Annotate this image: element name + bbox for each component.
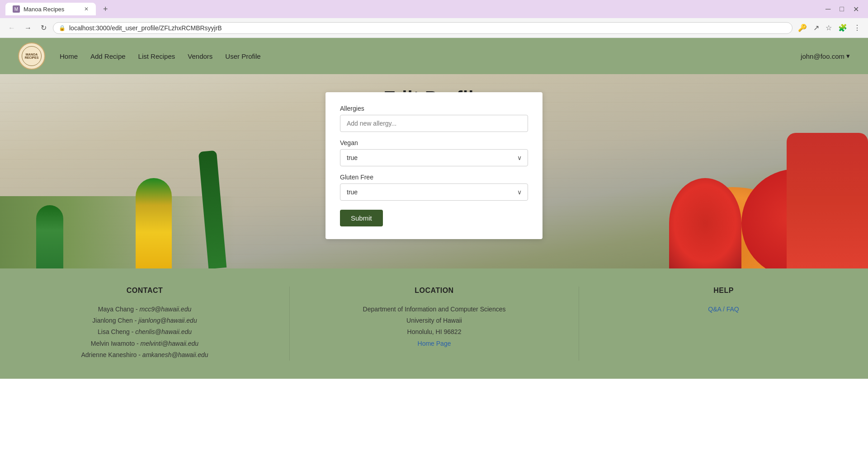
address-bar[interactable]: 🔒 localhost:3000/edit_user_profile/ZFLzh… — [53, 22, 793, 34]
navbar: MANOA RECIPES Home Add Recipe List Recip… — [0, 38, 868, 74]
menu-icon[interactable]: ⋮ — [852, 22, 863, 34]
user-menu[interactable]: john@foo.com ▾ — [801, 52, 850, 60]
faq-link[interactable]: Q&A / FAQ — [708, 306, 739, 313]
contact-member-3: Lisa Cheng - chenlis@hawaii.edu — [27, 326, 262, 338]
member-1-separator: - — [136, 306, 140, 313]
member-3-separator: - — [132, 328, 136, 335]
vegan-select[interactable]: true false — [340, 149, 528, 166]
forward-button[interactable]: → — [22, 22, 34, 34]
nav-link-add-recipe[interactable]: Add Recipe — [90, 52, 126, 60]
veg-cucumber — [36, 205, 63, 268]
app-wrapper: MANOA RECIPES Home Add Recipe List Recip… — [0, 38, 868, 461]
location-details: Department of Information and Computer S… — [317, 304, 552, 349]
member-1-name: Maya Chang — [98, 306, 134, 313]
edit-profile-form: Allergies Vegan true false ∨ — [326, 92, 542, 239]
browser-titlebar: M Manoa Recipes ✕ + ─ □ ✕ — [0, 0, 868, 18]
back-button[interactable]: ← — [5, 22, 18, 34]
close-button[interactable]: ✕ — [849, 4, 863, 14]
location-line1: Department of Information and Computer S… — [317, 304, 552, 315]
browser-action-buttons: 🔑 ↗ ☆ 🧩 ⋮ — [796, 22, 863, 34]
gluten-free-select-wrapper: true false ∨ — [340, 183, 528, 201]
tab-favicon: M — [13, 5, 20, 13]
star-icon[interactable]: ☆ — [824, 22, 834, 34]
allergies-group: Allergies — [340, 105, 528, 132]
home-page-link[interactable]: Home Page — [418, 340, 451, 347]
member-4-separator: - — [137, 340, 141, 347]
user-dropdown-arrow: ▾ — [846, 52, 850, 60]
share-icon[interactable]: ↗ — [811, 22, 821, 34]
veg-left — [0, 196, 235, 268]
member-2-email: jianlong@hawaii.edu — [138, 317, 197, 324]
allergies-input[interactable] — [340, 115, 528, 132]
contact-member-1: Maya Chang - mcc9@hawaii.edu — [27, 304, 262, 315]
member-5-email: amkanesh@hawaii.edu — [142, 351, 208, 358]
nav-links: Home Add Recipe List Recipes Vendors Use… — [60, 52, 261, 60]
member-2-name: Jianlong Chen — [92, 317, 133, 324]
member-1-email: mcc9@hawaii.edu — [140, 306, 192, 313]
contact-members: Maya Chang - mcc9@hawaii.edu Jianlong Ch… — [27, 304, 262, 361]
location-line3: Honolulu, HI 96822 — [317, 326, 552, 338]
location-line2: University of Hawaii — [317, 315, 552, 326]
member-5-name: Adrienne Kaneshiro — [81, 351, 137, 358]
maximize-button[interactable]: □ — [836, 4, 848, 14]
nav-link-home[interactable]: Home — [60, 52, 78, 60]
vegan-select-wrapper: true false ∨ — [340, 149, 528, 166]
browser-tab[interactable]: M Manoa Recipes ✕ — [5, 3, 96, 15]
contact-member-4: Melvin Iwamoto - melvinti@hawaii.edu — [27, 338, 262, 349]
submit-button[interactable]: Submit — [340, 210, 383, 226]
logo-inner: MANOA RECIPES — [22, 46, 42, 66]
extension-icon[interactable]: 🧩 — [836, 22, 849, 34]
hero-section: Edit Profile Allergies Vegan true false — [0, 74, 868, 268]
member-4-email: melvinti@hawaii.edu — [141, 340, 199, 347]
browser-controls: ← → ↻ 🔒 localhost:3000/edit_user_profile… — [0, 18, 868, 38]
help-heading: HELP — [606, 287, 841, 295]
contact-member-2: Jianlong Chen - jianlong@hawaii.edu — [27, 315, 262, 326]
location-heading: LOCATION — [317, 287, 552, 295]
key-icon[interactable]: 🔑 — [796, 22, 809, 34]
footer-contact: CONTACT Maya Chang - mcc9@hawaii.edu Jia… — [0, 287, 289, 361]
member-4-name: Melvin Iwamoto — [91, 340, 135, 347]
member-3-email: chenlis@hawaii.edu — [135, 328, 192, 335]
lock-icon: 🔒 — [59, 25, 66, 31]
footer-help: HELP Q&A / FAQ — [579, 287, 868, 361]
footer: CONTACT Maya Chang - mcc9@hawaii.edu Jia… — [0, 268, 868, 379]
nav-link-vendors[interactable]: Vendors — [188, 52, 212, 60]
veg-chili — [787, 133, 868, 268]
veg-bell-pepper-red — [669, 178, 741, 268]
nav-link-user-profile[interactable]: User Profile — [225, 52, 260, 60]
new-tab-button[interactable]: + — [99, 3, 112, 16]
minimize-button[interactable]: ─ — [822, 4, 834, 14]
user-email: john@foo.com — [801, 52, 844, 60]
logo[interactable]: MANOA RECIPES — [18, 42, 45, 70]
gluten-free-label: Gluten Free — [340, 174, 528, 181]
nav-link-list-recipes[interactable]: List Recipes — [138, 52, 175, 60]
tab-close-button[interactable]: ✕ — [84, 6, 89, 12]
member-2-separator: - — [135, 317, 139, 324]
vegan-group: Vegan true false ∨ — [340, 139, 528, 166]
footer-location: LOCATION Department of Information and C… — [289, 287, 579, 361]
member-5-separator: - — [138, 351, 142, 358]
refresh-button[interactable]: ↻ — [38, 22, 49, 34]
contact-member-5: Adrienne Kaneshiro - amkanesh@hawaii.edu — [27, 349, 262, 361]
gluten-free-group: Gluten Free true false ∨ — [340, 174, 528, 201]
gluten-free-select[interactable]: true false — [340, 183, 528, 201]
allergies-label: Allergies — [340, 105, 528, 112]
vegan-label: Vegan — [340, 139, 528, 146]
url-text: localhost:3000/edit_user_profile/ZFLzhxR… — [69, 24, 222, 32]
veg-zucchini — [136, 178, 172, 268]
tab-title: Manoa Recipes — [24, 6, 64, 13]
contact-heading: CONTACT — [27, 287, 262, 295]
window-controls: ─ □ ✕ — [822, 4, 863, 14]
member-3-name: Lisa Cheng — [98, 328, 130, 335]
help-faq: Q&A / FAQ — [606, 304, 841, 315]
